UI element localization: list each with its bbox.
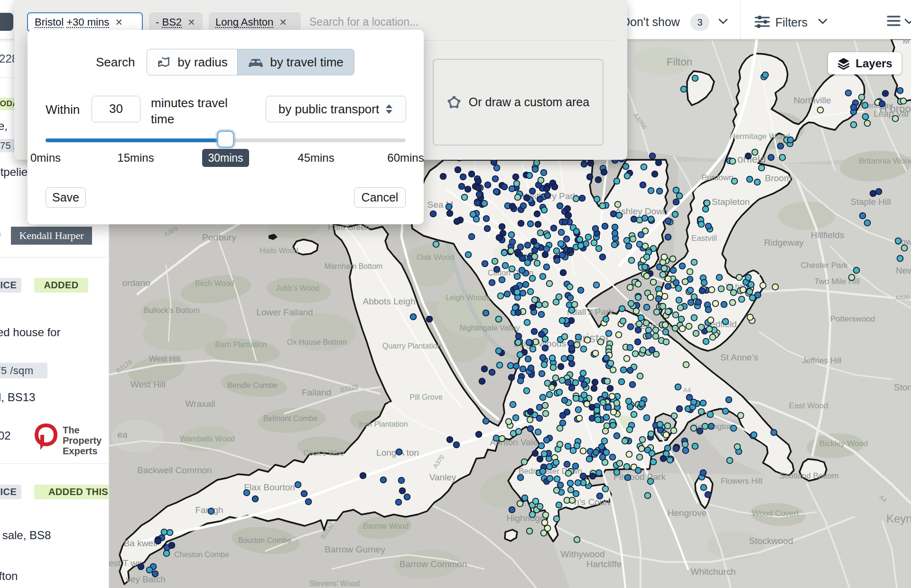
svg-text:vey Batch: vey Batch bbox=[126, 574, 165, 584]
svg-text:Ba kwell: Ba kwell bbox=[124, 538, 158, 548]
svg-text:Broom: Broom bbox=[765, 173, 791, 183]
svg-text:Bendle Combe: Bendle Combe bbox=[227, 381, 278, 389]
svg-text:Barrow Common: Barrow Common bbox=[400, 559, 467, 569]
svg-text:Leigh Woods: Leigh Woods bbox=[446, 294, 490, 302]
svg-text:M: M bbox=[903, 39, 910, 46]
svg-text:Ashley Down: Ashley Down bbox=[615, 206, 668, 216]
svg-text:Backwell Common: Backwell Common bbox=[137, 465, 212, 475]
svg-text:West Hill: West Hill bbox=[149, 354, 181, 363]
svg-text:Eastvill: Eastvill bbox=[691, 234, 717, 243]
svg-text:Bullock’s Bottom: Bullock’s Bottom bbox=[144, 306, 200, 314]
svg-text:Hermitage Wood: Hermitage Wood bbox=[729, 132, 790, 141]
svg-text:Staple Hill: Staple Hill bbox=[850, 197, 891, 207]
svg-text:Cheston Combe: Cheston Combe bbox=[174, 551, 229, 559]
svg-text:Abbots Leigh: Abbots Leigh bbox=[363, 296, 416, 306]
svg-text:Cook’s Woo: Cook’s Woo bbox=[303, 449, 344, 457]
svg-text:Ox House Bottom: Ox House Bottom bbox=[287, 338, 347, 346]
svg-text:Birch Wood: Birch Wood bbox=[195, 279, 234, 287]
svg-text:Stapleton: Stapleton bbox=[712, 197, 750, 207]
svg-text:Marnham Bottom: Marnham Bottom bbox=[325, 262, 383, 270]
svg-text:Keynsha: Keynsha bbox=[886, 512, 911, 525]
svg-text:Oak Wood: Oak Wood bbox=[417, 253, 455, 262]
svg-text:ea: ea bbox=[117, 430, 128, 440]
svg-text:Hillfields: Hillfields bbox=[811, 230, 845, 240]
svg-text:Iron Plantation: Iron Plantation bbox=[359, 420, 408, 428]
svg-text:Chester Park: Chester Park bbox=[800, 261, 848, 270]
svg-text:Quarry Plantation: Quarry Plantation bbox=[382, 342, 442, 350]
svg-text:Britannia Wood: Britannia Wood bbox=[859, 156, 911, 165]
svg-text:Ridgeway: Ridgeway bbox=[764, 238, 804, 248]
svg-text:Hartcliffe: Hartcliffe bbox=[586, 559, 622, 569]
svg-text:Wraxall: Wraxall bbox=[186, 399, 215, 409]
svg-text:Stone Hill: Stone Hill bbox=[894, 382, 911, 392]
svg-text:Filton: Filton bbox=[667, 56, 692, 68]
svg-text:Jeffries Hill: Jeffries Hill bbox=[802, 356, 842, 365]
svg-text:ordano: ordano bbox=[122, 278, 150, 288]
svg-text:Bourton Combe: Bourton Combe bbox=[238, 536, 291, 544]
svg-text:Jubb’s Wood: Jubb’s Wood bbox=[276, 284, 319, 292]
svg-text:Barn Plantation: Barn Plantation bbox=[215, 340, 267, 349]
svg-text:St Anne’s: St Anne’s bbox=[720, 352, 758, 362]
svg-text:Wood Covert: Wood Covert bbox=[752, 509, 799, 518]
svg-text:Portbury: Portbury bbox=[202, 232, 236, 242]
svg-text:Failand: Failand bbox=[302, 387, 331, 397]
svg-text:Nightingale Valley: Nightingale Valley bbox=[460, 324, 520, 332]
svg-text:Vanley: Vanley bbox=[429, 472, 456, 482]
svg-text:New Che: New Che bbox=[896, 266, 911, 276]
svg-text:Pill Grove: Pill Grove bbox=[409, 393, 442, 401]
svg-text:East Wood: East Wood bbox=[789, 401, 828, 410]
svg-text:Wamballs Wood: Wamballs Wood bbox=[180, 435, 235, 443]
svg-text:Hengrove: Hengrove bbox=[668, 508, 706, 518]
svg-text:Barrow Wood: Barrow Wood bbox=[363, 522, 409, 530]
svg-text:Whitchurch: Whitchurch bbox=[690, 567, 735, 577]
svg-text:Barrow Gurney: Barrow Gurney bbox=[325, 544, 385, 554]
svg-text:Withywood: Withywood bbox=[561, 549, 605, 559]
svg-text:A4: A4 bbox=[683, 386, 691, 394]
svg-text:Hails Wood: Hails Wood bbox=[260, 247, 298, 255]
svg-text:Stockwood: Stockwood bbox=[749, 536, 793, 546]
svg-text:n’s Court: n’s Court bbox=[574, 497, 610, 507]
svg-text:orfield: orfield bbox=[737, 153, 766, 165]
svg-text:Lower Failand: Lower Failand bbox=[256, 307, 313, 317]
svg-text:Potterswood: Potterswood bbox=[830, 314, 875, 323]
svg-text:Flowers Hill: Flowers Hill bbox=[721, 477, 762, 486]
svg-text:Bickley Wood: Bickley Wood bbox=[819, 439, 868, 448]
svg-text:Flax Bourton: Flax Bourton bbox=[244, 482, 295, 492]
svg-text:Scotland Bottom: Scotland Bottom bbox=[780, 471, 839, 480]
svg-text:Purdown: Purdown bbox=[701, 173, 733, 182]
svg-text:Belmont Combe: Belmont Combe bbox=[263, 414, 318, 423]
svg-text:Northville: Northville bbox=[793, 95, 831, 105]
svg-text:A420: A420 bbox=[895, 294, 910, 302]
svg-text:West Hill: West Hill bbox=[130, 379, 166, 389]
svg-text:Stevens’ Wood: Stevens’ Wood bbox=[309, 579, 360, 588]
svg-text:Highridge: Highridge bbox=[506, 513, 545, 523]
svg-text:est T wn: est T wn bbox=[109, 558, 142, 568]
